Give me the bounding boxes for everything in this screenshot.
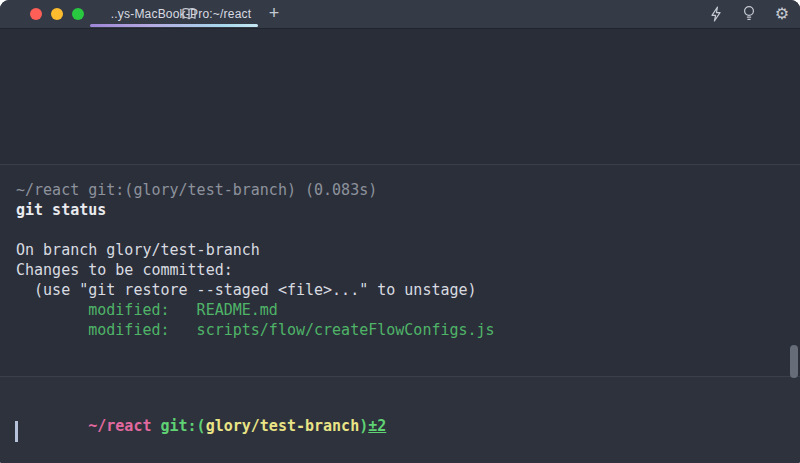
gear-glyph: ⚙ [775, 6, 789, 22]
terminal-pane[interactable]: ~/react git:(glory/test-branch) (0.083s)… [0, 28, 800, 463]
close-button[interactable] [30, 8, 42, 20]
block-separator-top [0, 164, 800, 165]
prompt-dirty-count: ±2 [368, 417, 386, 435]
book-icon [181, 7, 197, 25]
zoom-button[interactable] [72, 8, 84, 20]
output-line: (use "git restore --staged <file>..." to… [16, 280, 495, 300]
tab-bar-actions: ⚙ [708, 0, 790, 27]
prompt-branch: glory/test-branch [206, 417, 360, 435]
output-line: Changes to be committed: [16, 260, 495, 280]
gear-icon[interactable]: ⚙ [774, 5, 790, 22]
tab-bar: ..ys-MacBook-Pro:~/react + ⚙ [0, 0, 800, 29]
new-tab-button[interactable]: + [263, 0, 285, 27]
prompt-git-prefix: git:( [151, 417, 205, 435]
scrollbar-thumb[interactable] [790, 345, 798, 378]
modified-file-line: modified: scripts/flow/createFlowConfigs… [16, 320, 495, 340]
blank-line [16, 220, 495, 240]
modified-file-line: modified: README.md [16, 300, 495, 320]
prompt-path: ~/react [88, 417, 151, 435]
minimize-button[interactable] [51, 8, 63, 20]
background-band-top [0, 28, 800, 164]
prompt-branch-close: ) [359, 417, 368, 435]
current-prompt-line: ~/react git:(glory/test-branch)±2 [16, 396, 386, 416]
traffic-lights [30, 8, 84, 20]
previous-prompt-line: ~/react git:(glory/test-branch) (0.083s) [16, 180, 495, 200]
command-block: ~/react git:(glory/test-branch) (0.083s)… [16, 180, 495, 340]
tab-title: ..ys-MacBook-Pro:~/react [97, 7, 252, 21]
command-text: git status [16, 200, 495, 220]
output-line: On branch glory/test-branch [16, 240, 495, 260]
tab-active[interactable]: ..ys-MacBook-Pro:~/react [90, 0, 258, 28]
lightning-bolt-icon[interactable] [708, 5, 724, 22]
tab-active-underline [90, 24, 258, 27]
terminal-window: ..ys-MacBook-Pro:~/react + ⚙ [0, 0, 800, 463]
text-cursor [15, 421, 18, 442]
block-separator-bottom [0, 376, 800, 377]
lightbulb-icon[interactable] [741, 5, 757, 22]
